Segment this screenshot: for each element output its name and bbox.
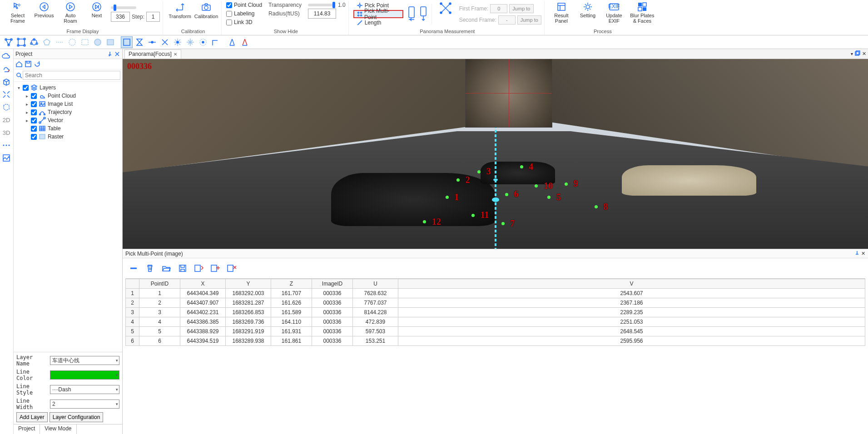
pick-multi-point-button[interactable]: Pick Multi-Point xyxy=(353,10,403,18)
tree-item-image list[interactable]: ▸Image List xyxy=(15,100,121,108)
tree-item-raster[interactable]: Raster xyxy=(15,133,121,141)
lb-wire[interactable] xyxy=(1,102,12,113)
blur-plates-button[interactable]: Blur Plates & Faces xyxy=(628,1,656,27)
link3d-checkbox[interactable]: Link 3D xyxy=(226,18,262,26)
close-icon[interactable] xyxy=(114,51,120,57)
open-button[interactable] xyxy=(160,262,173,275)
radius-input[interactable]: 114.83 xyxy=(308,9,336,19)
select-frame-button[interactable]: Select Frame xyxy=(5,1,30,27)
col-pointid[interactable]: PointID xyxy=(139,279,180,289)
tree-item-trajectory[interactable]: ▸Trajectory xyxy=(15,108,121,116)
tool-x[interactable] xyxy=(159,36,171,48)
tree-item-point cloud[interactable]: ▸Point Cloud xyxy=(15,92,121,100)
tool-rect-dash[interactable] xyxy=(79,36,91,48)
search-input[interactable] xyxy=(23,71,120,80)
transparency-slider[interactable] xyxy=(308,4,335,6)
layer-name-input[interactable]: 车道中心线▾ xyxy=(50,356,119,365)
line-width-input[interactable]: 2▾ xyxy=(50,399,119,409)
lb-cloud[interactable] xyxy=(1,51,12,62)
panorama-viewport[interactable]: 000336 123456789101112 xyxy=(123,59,868,249)
col-z[interactable]: Z xyxy=(271,279,312,289)
tree-item-table[interactable]: Table xyxy=(15,124,121,133)
tree-item-vector[interactable]: ▸Vector xyxy=(15,116,121,124)
lb-2d[interactable]: 2D xyxy=(1,114,12,125)
edit-start-button[interactable] xyxy=(193,262,205,275)
lb-dots[interactable] xyxy=(1,140,12,151)
save-proj-icon[interactable] xyxy=(25,60,32,68)
tool-graph3[interactable] xyxy=(28,36,40,48)
transform-button[interactable]: Transform xyxy=(168,1,192,27)
next-button[interactable]: Next xyxy=(84,1,109,27)
frame-number-input[interactable]: 336 xyxy=(111,12,130,22)
col-v[interactable]: V xyxy=(398,279,865,289)
first-frame-input[interactable]: 0 xyxy=(490,4,507,13)
lb-cube[interactable] xyxy=(1,76,12,87)
home-icon[interactable] xyxy=(15,60,23,68)
close-view-icon[interactable]: ✕ xyxy=(862,51,866,57)
edit-stop-button[interactable] xyxy=(225,262,238,275)
tab-project[interactable]: Project xyxy=(14,424,40,434)
lb-cloud-edit[interactable] xyxy=(1,64,12,74)
tool-hline[interactable] xyxy=(146,36,158,48)
setting-button[interactable]: Setting xyxy=(575,1,600,27)
table-row[interactable]: 556443388.9291683291.919161.931000336597… xyxy=(126,327,865,336)
tool-orbit[interactable] xyxy=(197,36,209,48)
auto-roam-button[interactable]: Auto Roam xyxy=(58,1,83,27)
table-row[interactable]: 446443386.3851683269.736164.110000336472… xyxy=(126,317,865,327)
table-row[interactable]: 116443404.3491683292.003161.707000336762… xyxy=(126,289,865,298)
tool-compass1[interactable] xyxy=(226,36,238,48)
link-device-icon[interactable] xyxy=(420,6,427,22)
table-row[interactable]: 666443394.5191683289.938161.861000336153… xyxy=(126,336,865,346)
second-frame-input[interactable]: - xyxy=(498,15,516,25)
add-layer-button[interactable]: Add Layer xyxy=(16,412,48,422)
edit-add-button[interactable] xyxy=(209,262,222,275)
tool-circle-dash[interactable] xyxy=(66,36,78,48)
col-y[interactable]: Y xyxy=(226,279,271,289)
labeling-checkbox[interactable]: Labeling xyxy=(226,10,262,18)
save-button[interactable] xyxy=(176,262,189,275)
tool-line-dash[interactable] xyxy=(54,36,65,48)
tool-graph2[interactable] xyxy=(15,36,27,48)
dropdown-icon[interactable]: ▾ xyxy=(851,51,853,56)
length-button[interactable]: Length xyxy=(353,19,403,27)
tree-layers-root[interactable]: ▾Layers xyxy=(15,84,121,92)
lb-image[interactable] xyxy=(1,153,12,163)
table-row[interactable]: 336443402.2311683266.853161.589000336814… xyxy=(126,308,865,317)
tool-hourglass[interactable] xyxy=(134,36,145,48)
line-color-input[interactable]: ▾ xyxy=(50,370,119,380)
table-row[interactable]: 226443407.9071683281.287161.626000336776… xyxy=(126,298,865,308)
trash-button[interactable] xyxy=(144,262,156,275)
step-input[interactable]: 1 xyxy=(146,12,160,22)
restore-icon[interactable] xyxy=(855,50,860,57)
pointcloud-checkbox[interactable]: Point Cloud xyxy=(226,1,262,9)
col-imageid[interactable]: ImageID xyxy=(312,279,353,289)
close-tab-icon[interactable]: ✕ xyxy=(174,52,177,57)
col-u[interactable]: U xyxy=(353,279,398,289)
points-table[interactable]: PointIDXYZImageIDUV 116443404.3491683292… xyxy=(125,279,865,346)
panorama-tab[interactable]: Panorama[Focus] ✕ xyxy=(124,49,181,59)
frame-slider[interactable] xyxy=(111,6,136,9)
tool-net[interactable] xyxy=(172,36,184,48)
result-panel-button[interactable]: Result Panel xyxy=(549,1,574,27)
jump-to-second-button[interactable]: Jump to xyxy=(517,15,541,25)
tool-circle-fill[interactable] xyxy=(92,36,104,48)
lb-expand[interactable] xyxy=(1,89,12,100)
col-x[interactable]: X xyxy=(180,279,226,289)
close-pick-icon[interactable]: ✕ xyxy=(861,251,865,256)
calibration-button[interactable]: Calibration xyxy=(194,1,218,27)
tool-select-rect[interactable] xyxy=(121,36,133,48)
minus-button[interactable] xyxy=(127,262,140,275)
refresh-icon[interactable] xyxy=(34,60,41,68)
link-phone-icon[interactable] xyxy=(408,6,415,22)
pin-icon[interactable] xyxy=(107,51,113,57)
tool-pentagon[interactable] xyxy=(41,36,53,48)
previous-button[interactable]: Previous xyxy=(32,1,56,27)
tab-viewmode[interactable]: View Mode xyxy=(40,424,76,434)
line-style-input[interactable]: ····Dash▾ xyxy=(50,385,119,394)
jump-to-first-button[interactable]: Jump to xyxy=(509,4,533,13)
lb-3d[interactable]: 3D xyxy=(1,127,12,138)
tool-graph1[interactable] xyxy=(3,36,15,48)
pin-icon[interactable] xyxy=(855,251,859,257)
tool-snow[interactable] xyxy=(184,36,196,48)
layer-config-button[interactable]: Layer Configuration xyxy=(50,412,104,422)
